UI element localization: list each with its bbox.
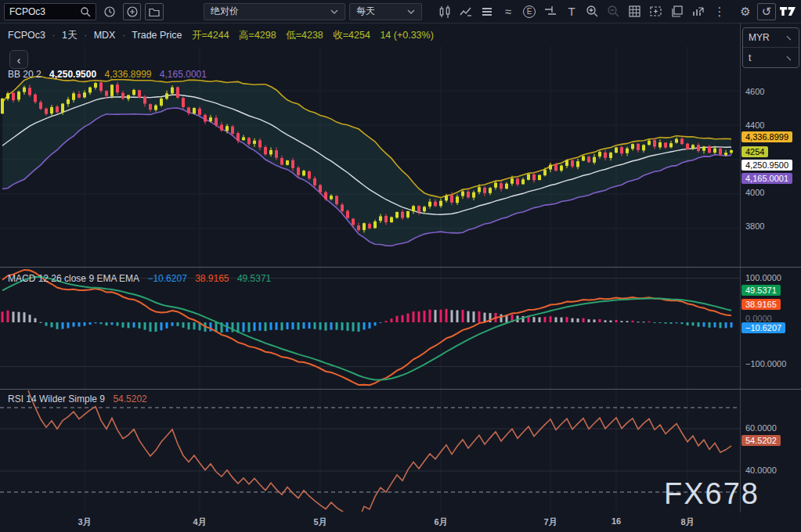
price-tick: 4000: [745, 188, 764, 197]
ohlc-high: 高=4298: [239, 30, 276, 41]
export-chart-button[interactable]: [689, 3, 708, 20]
text-tool-button[interactable]: T: [562, 3, 581, 20]
bb-basis-badge: 4,250.9500: [741, 160, 792, 171]
bb-legend[interactable]: BB 20 2 4,250.9500 4,336.8999 4,165.0001: [8, 69, 212, 80]
macd-title: MACD 12 26 close 9 EMA EMA: [8, 273, 139, 284]
price-mode-dropdown[interactable]: 绝对价: [204, 3, 345, 20]
time-tick: 4月: [193, 516, 206, 528]
panel-divider[interactable]: [0, 267, 801, 268]
chart-style-button[interactable]: [435, 3, 454, 20]
chevron-down-icon: [407, 9, 415, 14]
macd-legend[interactable]: MACD 12 26 close 9 EMA EMA −10.6207 38.9…: [8, 273, 276, 284]
macd-line-value: 38.9165: [195, 273, 229, 284]
symbol-exchange: MDX: [94, 30, 116, 41]
ohlc-close: 收=4254: [333, 30, 370, 41]
folder-icon: [148, 5, 161, 18]
top-toolbar: FCPOc3 绝对价 每天 ≈ E: [0, 0, 801, 23]
bb-lower-value: 4,165.0001: [160, 69, 207, 80]
interval-value: 每天: [356, 5, 375, 18]
e-circle-icon: E: [523, 5, 536, 18]
settings-button[interactable]: ⚙: [736, 3, 755, 20]
panel-divider[interactable]: [0, 389, 801, 390]
kebab-menu-icon: ⋮: [713, 5, 725, 17]
rsi-badge: 54.5202: [741, 435, 781, 446]
compare-button[interactable]: [478, 3, 496, 20]
time-scale[interactable]: 3月4月5月6月7月168月: [0, 512, 801, 532]
ohlc-low: 低=4238: [286, 30, 323, 41]
symbol-search[interactable]: FCPOc3: [4, 3, 96, 20]
copy-icon: [670, 5, 684, 18]
macd-hist-badge: −10.6207: [741, 322, 785, 333]
snapshot-button[interactable]: [647, 3, 666, 20]
macd-line-badge: 38.9165: [741, 299, 781, 310]
price-scale[interactable]: MYR t 4600 4400 4000 3800 4,336.8999 425…: [740, 23, 801, 532]
undo-icon: ↺: [762, 5, 772, 17]
chevron-down-icon: [787, 33, 795, 41]
unit-value: t: [749, 52, 751, 63]
waves-icon: ≈: [505, 5, 511, 17]
grid-view-button[interactable]: [626, 3, 644, 20]
macd-signal-badge: 49.5371: [741, 285, 781, 296]
currency-dropdown[interactable]: MYR: [743, 28, 799, 48]
back-button[interactable]: ‹: [9, 50, 28, 69]
time-tick: 5月: [313, 516, 327, 528]
macd-tick: −100.0000: [745, 359, 786, 368]
price-line-icon: [543, 5, 557, 19]
price-tick: 3800: [745, 221, 764, 231]
gear-icon: ⚙: [740, 5, 750, 17]
search-icon: [80, 6, 91, 17]
time-tick: 16: [612, 516, 621, 526]
fx678-watermark: FX678: [664, 477, 760, 511]
symbol-interval: 1天: [62, 30, 77, 41]
indicators-icon: [459, 5, 473, 19]
ohlc-open: 开=4244: [192, 30, 229, 41]
events-button[interactable]: E: [520, 3, 539, 20]
bb-upper-value: 4,336.8999: [104, 69, 151, 80]
time-tick: 7月: [543, 516, 557, 528]
price-tick: 4600: [745, 87, 764, 96]
waves-button[interactable]: ≈: [499, 3, 518, 20]
interval-dropdown[interactable]: 每天: [349, 3, 422, 20]
currency-value: MYR: [749, 32, 770, 43]
bar-chart-export-icon: [691, 5, 705, 18]
unit-dropdown[interactable]: t: [743, 48, 799, 67]
symbol-search-text: FCPOc3: [9, 6, 45, 17]
rsi-legend[interactable]: RSI 14 Wilder Simple 9 54.5202: [8, 394, 153, 404]
rsi-tick: 60.0000: [745, 423, 777, 433]
time-tick: 6月: [434, 516, 447, 528]
macd-tick: 100.0000: [745, 273, 781, 282]
tradingview-logo: [779, 5, 796, 17]
history-clock-button[interactable]: [100, 3, 119, 20]
chevron-down-icon: [787, 52, 795, 60]
chevron-left-icon: ‹: [17, 53, 21, 66]
more-options-button[interactable]: ⋮: [710, 3, 729, 20]
zoom-in-icon: [586, 5, 599, 18]
folder-button[interactable]: [145, 3, 164, 20]
macd-signal-value: 49.5371: [237, 273, 271, 284]
price-mode-value: 绝对价: [211, 5, 239, 18]
time-tick: 3月: [78, 516, 91, 528]
toolbar-icons: ≈ E T ⋮ ⚙: [435, 3, 797, 20]
zoom-out-icon: [607, 5, 620, 18]
symbol-price-type: Trade Price: [132, 30, 182, 41]
symbol-name: FCPOc3: [8, 30, 45, 41]
plus-circle-icon: [126, 5, 139, 18]
rsi-tick: 40.0000: [745, 466, 777, 475]
zoom-out-button[interactable]: [604, 3, 623, 20]
tradingview-logo-button[interactable]: [778, 3, 797, 20]
price-line-button[interactable]: [541, 3, 560, 20]
copy-chart-button[interactable]: [668, 3, 687, 20]
bb-basis-value: 4,250.9500: [49, 69, 96, 80]
candlestick-icon: [438, 5, 452, 19]
rsi-title: RSI 14 Wilder Simple 9: [8, 394, 105, 404]
add-symbol-button[interactable]: [123, 3, 142, 20]
layers-icon: [480, 5, 494, 19]
symbol-info-bar[interactable]: FCPOc3 · 1天 · MDX · Trade Price 开=4244 高…: [8, 26, 434, 45]
currency-unit-box: MYR t: [742, 27, 799, 68]
undo-button[interactable]: ↺: [757, 3, 776, 20]
grid-icon: [628, 5, 641, 18]
indicators-button[interactable]: [456, 3, 475, 20]
rsi-value: 54.5202: [113, 394, 146, 404]
chevron-down-icon: [330, 9, 338, 14]
zoom-in-button[interactable]: [583, 3, 602, 20]
